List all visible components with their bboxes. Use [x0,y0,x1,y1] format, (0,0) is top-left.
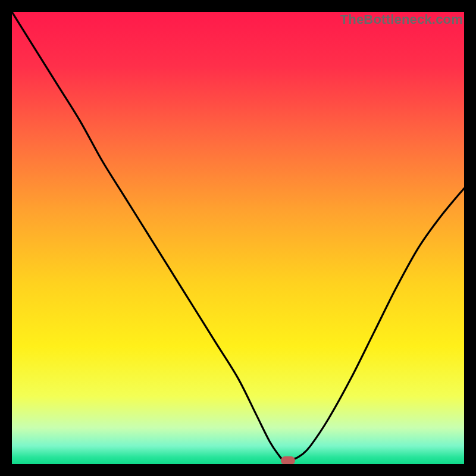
minimum-marker-icon [281,456,295,464]
bottleneck-curve [12,12,464,464]
plot-area: TheBottleneck.com [12,12,464,464]
chart-frame: TheBottleneck.com [0,0,476,476]
